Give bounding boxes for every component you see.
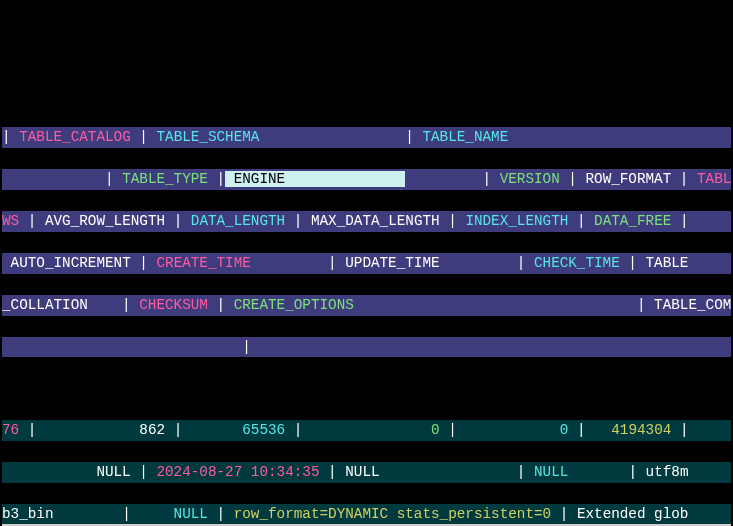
table-row: 76 | 862 | 65536 | 0 | 0 | 4194304 |: [2, 420, 731, 441]
header-row-3: WS | AVG_ROW_LENGTH | DATA_LENGTH | MAX_…: [2, 211, 731, 232]
header-row-1: | TABLE_CATALOG | TABLE_SCHEMA | TABLE_N…: [2, 127, 731, 148]
header-row-6: |: [2, 337, 731, 358]
table-row: b3_bin | NULL | row_format=DYNAMIC stats…: [2, 504, 731, 525]
header-row-2: | TABLE_TYPE | ENGINE | VERSION | ROW_FO…: [2, 169, 731, 190]
engine-column-highlight: ENGINE: [225, 171, 405, 187]
table-row: NULL | 2024-08-27 10:34:35 | NULL | NULL…: [2, 462, 731, 483]
header-row-5: _COLLATION | CHECKSUM | CREATE_OPTIONS |…: [2, 295, 731, 316]
header-row-4: AUTO_INCREMENT | CREATE_TIME | UPDATE_TI…: [2, 253, 731, 274]
terminal-less-viewer[interactable]: { "header": { "cols": { "table_catalog":…: [2, 23, 731, 526]
